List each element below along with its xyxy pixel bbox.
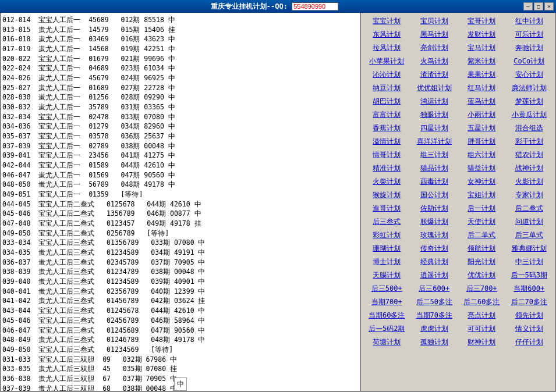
- plan-link[interactable]: 精准计划: [363, 162, 410, 174]
- plan-link[interactable]: 西毒计划: [411, 176, 458, 188]
- plan-link[interactable]: 混合组选: [506, 122, 553, 134]
- plan-link[interactable]: 仔仔计划: [506, 336, 553, 348]
- plan-link[interactable]: 小苹果计划: [363, 55, 410, 67]
- plan-link[interactable]: 安心计划: [506, 69, 553, 81]
- plan-link[interactable]: 天赐计划: [363, 269, 410, 281]
- plan-link[interactable]: 梦莲计划: [506, 95, 553, 108]
- plan-link[interactable]: 富富计划: [363, 109, 410, 121]
- plan-link[interactable]: 佐助计划: [411, 202, 458, 215]
- plan-link[interactable]: 造哥计划: [363, 202, 410, 215]
- plan-link[interactable]: 纳豆计划: [363, 82, 410, 94]
- plan-link[interactable]: 果果计划: [458, 69, 505, 81]
- content-scroll[interactable]: 012-014 宝宝人工后一 45689 012期 85518 中013-015…: [1, 13, 360, 391]
- plan-link[interactable]: 鸿运计划: [411, 95, 458, 108]
- plan-link[interactable]: 战神计划: [506, 162, 553, 174]
- maximize-button[interactable]: □: [534, 2, 543, 10]
- plan-link[interactable]: 后二单式: [458, 229, 505, 241]
- plan-link[interactable]: 中三计划: [506, 256, 553, 268]
- plan-link[interactable]: 拉风计划: [363, 42, 410, 54]
- plan-link[interactable]: 荷塘计划: [363, 336, 410, 348]
- plan-link[interactable]: 组三计划: [411, 149, 458, 161]
- plan-link[interactable]: 小雨计划: [458, 109, 505, 121]
- plan-link[interactable]: 当期700+: [363, 296, 410, 308]
- plan-link[interactable]: 发财计划: [458, 28, 505, 41]
- plan-link[interactable]: 亮点计划: [458, 309, 505, 322]
- plan-link[interactable]: 天使计划: [458, 216, 505, 228]
- plan-link[interactable]: 经典计划: [411, 256, 458, 268]
- plan-link[interactable]: CoCo计划: [506, 55, 553, 67]
- plan-link[interactable]: 传奇计划: [411, 243, 458, 255]
- plan-link[interactable]: 猎品计划: [411, 162, 458, 174]
- qq-input[interactable]: [292, 2, 338, 10]
- plan-link[interactable]: 红马计划: [458, 82, 505, 94]
- plan-link[interactable]: 问道计划: [506, 216, 553, 228]
- plan-link[interactable]: 后一5码2期: [363, 323, 410, 335]
- plan-link[interactable]: 当期60多注: [363, 309, 410, 322]
- plan-link[interactable]: 沁沁计划: [363, 69, 410, 81]
- plan-link[interactable]: 东风计划: [363, 28, 410, 41]
- plan-link[interactable]: 可可计划: [458, 323, 505, 335]
- plan-link[interactable]: 领先计划: [506, 309, 553, 322]
- plan-link[interactable]: 宝哥计划: [458, 15, 505, 27]
- plan-link[interactable]: 女神计划: [458, 176, 505, 188]
- plan-link[interactable]: 四星计划: [411, 122, 458, 134]
- plan-link[interactable]: 雅典娜计划: [506, 243, 553, 255]
- plan-link[interactable]: 优优计划: [458, 269, 505, 281]
- plan-link[interactable]: 情义计划: [506, 323, 553, 335]
- plan-link[interactable]: 联爆计划: [411, 216, 458, 228]
- plan-link[interactable]: 后三500+: [363, 283, 410, 295]
- plan-link[interactable]: 后一计划: [458, 202, 505, 215]
- plan-link[interactable]: 国公计划: [411, 189, 458, 201]
- plan-link[interactable]: 喜洋洋计划: [411, 136, 458, 148]
- plan-link[interactable]: 胖哥计划: [458, 136, 505, 148]
- plan-link[interactable]: 财神计划: [458, 336, 505, 348]
- plan-link[interactable]: 小黄瓜计划: [506, 109, 553, 121]
- plan-link[interactable]: 可乐计划: [506, 28, 553, 41]
- plan-link[interactable]: 亮剑计划: [411, 42, 458, 54]
- minimize-button[interactable]: —: [523, 2, 533, 10]
- plan-link[interactable]: 蓝鸟计划: [458, 95, 505, 108]
- plan-link[interactable]: 宝马计划: [458, 42, 505, 54]
- plan-link[interactable]: 奔驰计划: [506, 42, 553, 54]
- plan-link[interactable]: 后二60多注: [458, 296, 505, 308]
- plan-link[interactable]: 后二叁式: [506, 202, 553, 215]
- plan-link[interactable]: 廉法师计划: [506, 82, 553, 94]
- plan-link[interactable]: 虎虎计划: [411, 323, 458, 335]
- plan-link[interactable]: 情哥计划: [363, 149, 410, 161]
- plan-link[interactable]: 宝宝计划: [363, 15, 410, 27]
- plan-link[interactable]: 黑马计划: [411, 28, 458, 41]
- plan-link[interactable]: 宝姐计划: [458, 189, 505, 201]
- plan-link[interactable]: 猴旋计划: [363, 189, 410, 201]
- plan-link[interactable]: 后三单式: [506, 229, 553, 241]
- plan-link[interactable]: 孤独计划: [411, 336, 458, 348]
- plan-link[interactable]: 宝贝计划: [411, 15, 458, 27]
- plan-link[interactable]: 当期600+: [506, 283, 553, 295]
- plan-link[interactable]: 紫米计划: [458, 55, 505, 67]
- plan-link[interactable]: 胡巴计划: [363, 95, 410, 108]
- plan-link[interactable]: 红中计划: [506, 15, 553, 27]
- plan-link[interactable]: 火影计划: [506, 176, 553, 188]
- plan-link[interactable]: 后三700+: [458, 283, 505, 295]
- plan-link[interactable]: 香蕉计划: [363, 122, 410, 134]
- plan-link[interactable]: 当期70多注: [411, 309, 458, 322]
- plan-link[interactable]: 彩干计划: [506, 136, 553, 148]
- plan-link[interactable]: 五星计划: [458, 122, 505, 134]
- close-button[interactable]: ×: [544, 2, 554, 10]
- plan-link[interactable]: 后三600+: [411, 283, 458, 295]
- plan-link[interactable]: 渣渣计划: [411, 69, 458, 81]
- plan-link[interactable]: 优优姐计划: [411, 82, 458, 94]
- plan-link[interactable]: 火鸟计划: [411, 55, 458, 67]
- plan-link[interactable]: 后一5码3期: [506, 269, 553, 281]
- plan-link[interactable]: 猎益计划: [458, 162, 505, 174]
- plan-link[interactable]: 后二70多注: [506, 296, 553, 308]
- plan-link[interactable]: 火柴计划: [363, 176, 410, 188]
- plan-link[interactable]: 专家计划: [506, 189, 553, 201]
- plan-link[interactable]: 组六计划: [458, 149, 505, 161]
- plan-link[interactable]: 逍遥计划: [411, 269, 458, 281]
- plan-link[interactable]: 领航计划: [458, 243, 505, 255]
- plan-link[interactable]: 玫瑰计划: [411, 229, 458, 241]
- plan-link[interactable]: 后二50多注: [411, 296, 458, 308]
- plan-link[interactable]: 阳光计划: [458, 256, 505, 268]
- plan-link[interactable]: 彩虹计划: [363, 229, 410, 241]
- plan-link[interactable]: 后三叁式: [363, 216, 410, 228]
